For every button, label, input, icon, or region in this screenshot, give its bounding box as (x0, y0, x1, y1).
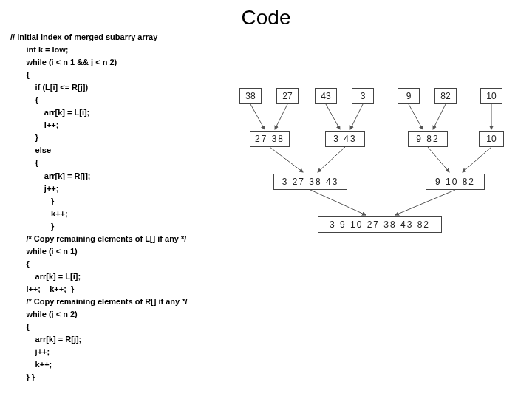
code-line: arr[k] = R[j]; (10, 171, 91, 180)
code-line: { (10, 95, 38, 104)
leaf-cell: 82 (434, 88, 457, 104)
merge-cell: 3 27 38 43 (273, 174, 347, 190)
svg-line-12 (395, 190, 455, 215)
code-line: while (i < n 1 && j < n 2) (10, 58, 117, 66)
svg-line-11 (310, 190, 366, 215)
pair-cell: 10 (479, 131, 504, 147)
code-line: while (i < n 1) (10, 247, 78, 256)
final-cell: 3 9 10 27 38 43 82 (318, 216, 442, 233)
code-line: arr[k] = L[i]; (10, 108, 89, 117)
svg-line-3 (350, 104, 363, 129)
code-line: { (10, 158, 38, 167)
code-line: arr[k] = R[j]; (10, 335, 81, 344)
code-line: /* Copy remaining elements of L[] if any… (10, 234, 186, 243)
svg-line-5 (433, 104, 446, 129)
svg-line-0 (250, 104, 265, 129)
code-line: i++; (10, 120, 58, 129)
code-line: { (10, 322, 30, 331)
pair-cell: 9 82 (408, 131, 448, 147)
leaf-cell: 9 (398, 88, 420, 104)
svg-line-2 (326, 104, 340, 129)
code-line: } (10, 222, 54, 231)
merge-sort-diagram: 38 27 43 3 9 82 10 27 38 3 43 9 82 10 3 … (222, 78, 523, 299)
code-line: { (10, 259, 30, 268)
code-line: k++; (10, 209, 68, 218)
svg-line-8 (318, 147, 345, 172)
code-block: // Initial index of merged subarry array… (10, 31, 188, 383)
page-title: Code (242, 6, 291, 30)
code-line: else (10, 146, 51, 154)
code-line: j++; (10, 184, 58, 193)
code-line: } } (10, 372, 35, 381)
svg-line-7 (270, 147, 303, 172)
code-line: } (10, 197, 54, 205)
code-line: } (10, 133, 38, 142)
merge-cell: 9 10 82 (426, 174, 485, 190)
leaf-cell: 38 (239, 88, 262, 104)
svg-line-10 (463, 147, 491, 172)
code-line: int k = low; (10, 45, 69, 54)
code-line: { (10, 70, 30, 79)
leaf-cell: 43 (315, 88, 337, 104)
code-line: /* Copy remaining elements of R[] if any… (10, 297, 188, 306)
code-line: while (j < n 2) (10, 310, 78, 318)
code-line: arr[k] = L[i]; (10, 272, 81, 281)
code-line: j++; (10, 347, 50, 356)
pair-cell: 3 43 (325, 131, 365, 147)
svg-line-4 (409, 104, 423, 129)
code-line: k++; (10, 360, 52, 369)
leaf-cell: 3 (352, 88, 374, 104)
pair-cell: 27 38 (250, 131, 290, 147)
svg-line-9 (428, 147, 449, 172)
code-line: i++; k++; } (10, 284, 74, 293)
leaf-cell: 27 (276, 88, 299, 104)
code-line: // Initial index of merged subarry array (10, 33, 157, 41)
leaf-cell: 10 (480, 88, 502, 104)
code-line: if (L[i] <= R[j]) (10, 83, 88, 92)
svg-line-1 (275, 104, 287, 129)
